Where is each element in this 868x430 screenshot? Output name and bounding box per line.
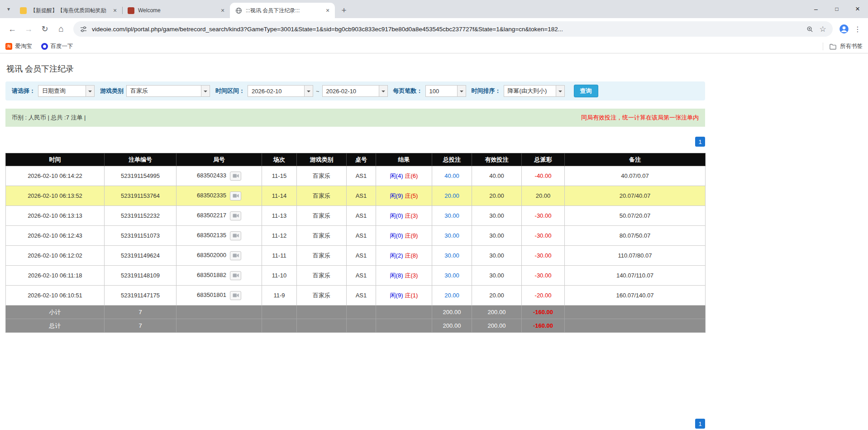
- video-replay-icon[interactable]: [230, 172, 241, 181]
- minimize-button[interactable]: –: [806, 0, 826, 18]
- date-from-input[interactable]: 2026-02-10: [248, 85, 313, 97]
- table-row: 2026-02-10 06:14:22 523191154995 6835024…: [6, 166, 706, 186]
- cell-session: 11-14: [262, 186, 297, 206]
- globe-icon: [235, 7, 242, 14]
- dropdown-arrow-icon[interactable]: [379, 86, 387, 96]
- reload-button[interactable]: ↻: [37, 21, 52, 37]
- forward-button[interactable]: →: [21, 21, 36, 37]
- sort-order-select[interactable]: 降冪(由大到小): [504, 85, 565, 97]
- date-to-value: 2026-02-10: [323, 86, 379, 96]
- col-header-result: 结果: [376, 153, 432, 166]
- bookmark-item-aitaobao[interactable]: 淘 爱淘宝: [5, 43, 32, 50]
- dropdown-arrow-icon[interactable]: [556, 86, 564, 96]
- dropdown-arrow-icon[interactable]: [201, 86, 210, 96]
- tab-search-button[interactable]: ▾: [4, 4, 14, 14]
- round-number: 683502217: [197, 212, 226, 219]
- dropdown-arrow-icon[interactable]: [304, 86, 313, 96]
- all-bookmarks-label: 所有书签: [840, 43, 863, 50]
- bookmark-item-baidu[interactable]: 百度一下: [41, 43, 73, 50]
- tab-close-icon[interactable]: ×: [219, 7, 226, 14]
- all-bookmarks-button[interactable]: 所有书签: [823, 43, 863, 50]
- total-payout: -160.00: [522, 319, 565, 333]
- currency-summary-text: 币别 : 人民币 | 总共 :7 注单 |: [12, 114, 86, 122]
- cell-payout: -30.00: [522, 246, 565, 266]
- cell-round: 683502335: [176, 186, 262, 206]
- maximize-button[interactable]: □: [826, 0, 847, 18]
- site-settings-icon[interactable]: [79, 24, 88, 33]
- total-count: 7: [105, 319, 176, 333]
- per-page-select[interactable]: 100: [425, 85, 466, 97]
- query-type-select[interactable]: 日期查询: [38, 85, 95, 97]
- result-player: 闲(9): [390, 292, 403, 299]
- result-banker: 庄(5): [405, 192, 418, 199]
- page-button-1[interactable]: 1: [695, 137, 705, 147]
- cell-payout: -20.00: [522, 286, 565, 306]
- cell-valid-bet: 30.00: [472, 226, 522, 246]
- profile-avatar-icon[interactable]: [837, 22, 851, 36]
- browser-tab-2[interactable]: Welcome ×: [122, 3, 230, 18]
- game-type-select[interactable]: 百家乐: [126, 85, 210, 97]
- video-replay-icon[interactable]: [230, 271, 241, 280]
- cell-note: 160.07/140.07: [565, 286, 706, 306]
- page-button-1[interactable]: 1: [695, 419, 705, 429]
- result-player: 闲(2): [390, 252, 403, 259]
- tab-title: Welcome: [138, 7, 215, 14]
- cell-table-number: AS1: [347, 266, 376, 286]
- video-replay-icon[interactable]: [230, 231, 241, 240]
- home-button[interactable]: ⌂: [53, 21, 69, 37]
- address-bar[interactable]: videoie.com/ipl/portal.php/game/betrecor…: [73, 21, 833, 37]
- result-player: 闲(0): [390, 212, 403, 219]
- video-replay-icon[interactable]: [230, 211, 241, 220]
- tab-1-favicon: [20, 7, 27, 14]
- game-type-value: 百家乐: [127, 86, 201, 96]
- cell-time: 2026-02-10 06:13:52: [6, 186, 105, 206]
- range-separator: ~: [316, 88, 320, 95]
- summary-bar: 币别 : 人民币 | 总共 :7 注单 | 同局有效投注，统一计算在该局第一张注…: [5, 109, 705, 127]
- cell-game-type: 百家乐: [297, 206, 347, 226]
- cell-result: 闲(9)庄(5): [376, 186, 432, 206]
- date-to-input[interactable]: 2026-02-10: [322, 85, 388, 97]
- filter-label-per-page: 每页笔数：: [393, 87, 423, 95]
- sort-order-value: 降冪(由大到小): [504, 86, 556, 96]
- col-header-game-type: 游戏类别: [297, 153, 347, 166]
- result-player: 闲(0): [390, 232, 403, 239]
- cell-valid-bet: 40.00: [472, 166, 522, 186]
- search-button[interactable]: 查询: [574, 85, 598, 97]
- video-replay-icon[interactable]: [230, 291, 241, 300]
- cell-payout: 20.00: [522, 186, 565, 206]
- baidu-icon: [41, 43, 48, 50]
- result-banker: 庄(9): [405, 232, 418, 239]
- window-close-button[interactable]: ×: [847, 0, 868, 18]
- video-replay-icon[interactable]: [230, 191, 241, 201]
- back-button[interactable]: ←: [5, 21, 20, 37]
- zoom-icon[interactable]: [805, 24, 814, 33]
- round-number: 683502135: [197, 232, 226, 239]
- subtotal-valid-bet: 200.00: [472, 306, 522, 319]
- cell-game-type: 百家乐: [297, 186, 347, 206]
- url-text: videoie.com/ipl/portal.php/game/betrecor…: [92, 26, 801, 33]
- round-number: 683502335: [197, 192, 226, 199]
- cell-note: 20.07/40.07: [565, 186, 706, 206]
- browser-tab-3-active[interactable]: :::视讯 会员下注纪录::: ×: [230, 3, 335, 18]
- cell-total-bet: 30.00: [432, 226, 472, 246]
- cell-session: 11-10: [262, 266, 297, 286]
- cell-round: 683501882: [176, 266, 262, 286]
- new-tab-button[interactable]: +: [338, 4, 350, 17]
- filter-label-select: 请选择：: [12, 87, 35, 95]
- tab-close-icon[interactable]: ×: [111, 7, 119, 14]
- tab-close-icon[interactable]: ×: [324, 7, 331, 14]
- browser-tab-1[interactable]: 【新提醒】【海燕优质回帖奖励 ×: [14, 3, 122, 18]
- cell-time: 2026-02-10 06:13:13: [6, 206, 105, 226]
- dropdown-arrow-icon[interactable]: [457, 86, 466, 96]
- filter-label-sort: 时间排序：: [472, 87, 501, 95]
- menu-dots-icon[interactable]: ⋮: [852, 23, 863, 35]
- cell-time: 2026-02-10 06:11:18: [6, 266, 105, 286]
- bookmark-label: 爱淘宝: [15, 43, 32, 50]
- dropdown-arrow-icon[interactable]: [86, 86, 94, 96]
- bookmark-star-icon[interactable]: ☆: [818, 24, 827, 33]
- cell-note: 110.07/80.07: [565, 246, 706, 266]
- video-replay-icon[interactable]: [230, 251, 241, 260]
- filter-bar: 请选择： 日期查询 游戏类别 百家乐 时间区间： 2026-02-10: [5, 81, 705, 100]
- query-type-value: 日期查询: [38, 86, 86, 96]
- cell-payout: -30.00: [522, 226, 565, 246]
